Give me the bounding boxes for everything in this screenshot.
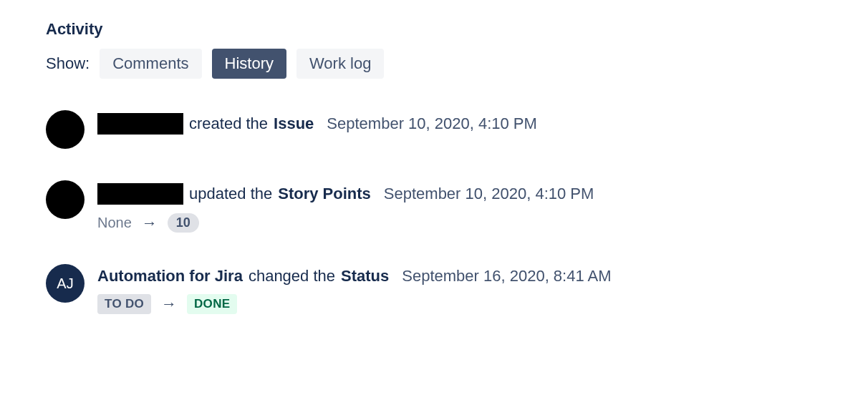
change-row: TO DO → DONE (97, 294, 822, 314)
activity-tabs: Comments History Work log (100, 49, 384, 79)
avatar: AJ (46, 264, 85, 303)
change-to: DONE (187, 294, 237, 314)
entry-verb: updated the (189, 185, 272, 203)
entry-timestamp: September 16, 2020, 8:41 AM (402, 267, 611, 286)
entry-content: updated the Story Points September 10, 2… (97, 180, 822, 233)
arrow-icon: → (161, 295, 177, 313)
actor-redacted (97, 183, 183, 205)
change-from: None (97, 215, 132, 231)
entry-verb: created the (189, 114, 268, 133)
entry-line: updated the Story Points September 10, 2… (97, 183, 822, 205)
show-row: Show: Comments History Work log (46, 49, 822, 79)
tab-history[interactable]: History (212, 49, 286, 79)
change-from: TO DO (97, 294, 151, 314)
tab-comments[interactable]: Comments (100, 49, 201, 79)
entry-object: Status (341, 267, 389, 286)
actor-name[interactable]: Automation for Jira (97, 267, 243, 286)
entry-object: Issue (274, 114, 314, 133)
history-entry: updated the Story Points September 10, 2… (46, 180, 822, 233)
avatar (46, 180, 85, 219)
entry-content: created the Issue September 10, 2020, 4:… (97, 110, 822, 135)
entry-line: Automation for Jira changed the Status S… (97, 267, 822, 286)
history-entry: AJ Automation for Jira changed the Statu… (46, 264, 822, 314)
entry-line: created the Issue September 10, 2020, 4:… (97, 113, 822, 135)
arrow-icon: → (142, 214, 158, 233)
show-label: Show: (46, 54, 90, 73)
entry-timestamp: September 10, 2020, 4:10 PM (384, 185, 594, 203)
entry-content: Automation for Jira changed the Status S… (97, 264, 822, 314)
activity-section-title: Activity (46, 20, 822, 39)
avatar (46, 110, 85, 149)
entry-verb: changed the (249, 267, 335, 286)
tab-worklog[interactable]: Work log (296, 49, 384, 79)
change-to: 10 (168, 213, 199, 233)
entry-object: Story Points (278, 185, 371, 203)
change-row: None → 10 (97, 213, 822, 233)
entry-timestamp: September 10, 2020, 4:10 PM (327, 114, 537, 133)
actor-redacted (97, 113, 183, 135)
history-entry: created the Issue September 10, 2020, 4:… (46, 110, 822, 149)
